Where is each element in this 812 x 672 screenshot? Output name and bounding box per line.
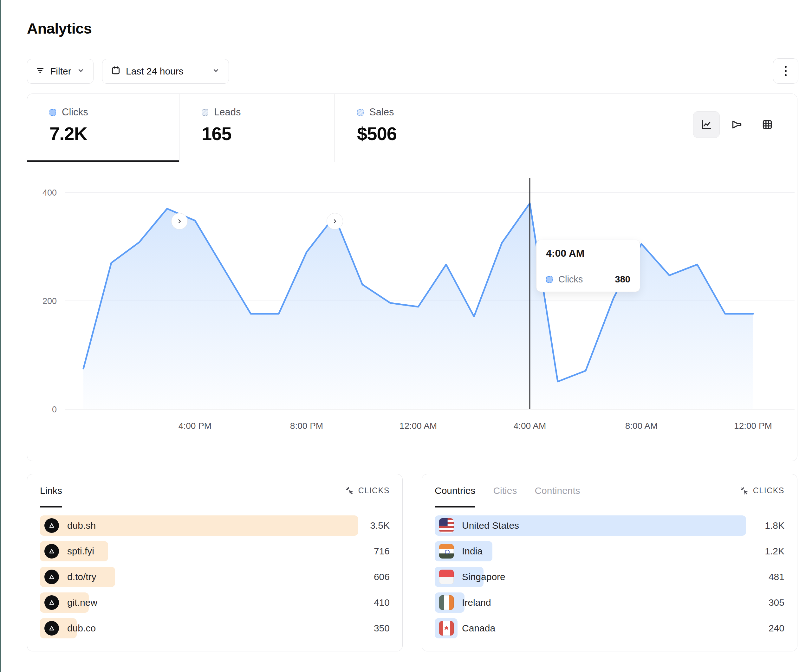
tab-continents[interactable]: Continents: [535, 474, 580, 507]
countries-panel: Countries Cities Continents CLICKS Unite…: [422, 474, 797, 652]
list-item[interactable]: India1.2K: [435, 541, 785, 561]
row-content: dub.sh: [40, 518, 96, 533]
filter-icon: [36, 66, 45, 77]
tab-cities[interactable]: Cities: [493, 474, 517, 507]
x-axis-tick: 12:00 AM: [399, 421, 437, 431]
y-axis-tick: 200: [43, 297, 57, 306]
grid-icon: [761, 118, 774, 131]
ca-flag-icon: [439, 621, 454, 636]
list-item[interactable]: git.new410: [40, 592, 390, 613]
dub-logo-icon: [44, 518, 59, 533]
sales-legend-icon: [357, 109, 364, 116]
list-item[interactable]: d.to/try606: [40, 567, 390, 587]
more-options-button[interactable]: [773, 58, 798, 84]
line-chart-icon: [700, 118, 713, 131]
row-content: spti.fyi: [40, 544, 94, 559]
chevron-down-icon: [77, 66, 85, 77]
expand-leads-chevron-button[interactable]: [327, 213, 343, 230]
row-content: Canada: [435, 621, 495, 636]
tab-links[interactable]: Links: [40, 474, 62, 507]
filter-button-label: Filter: [50, 66, 71, 77]
row-clicks-value: 481: [769, 571, 785, 582]
cursor-click-icon: [345, 486, 355, 495]
date-range-label: Last 24 hours: [126, 66, 184, 77]
countries-panel-header: Countries Cities Continents CLICKS: [422, 474, 797, 507]
row-clicks-value: 1.8K: [765, 520, 785, 531]
row-clicks-value: 3.5K: [370, 520, 390, 531]
table-view-button[interactable]: [754, 111, 781, 138]
tooltip-series-label: Clicks: [558, 274, 583, 285]
dub-logo-icon: [44, 544, 59, 559]
row-clicks-value: 240: [769, 623, 785, 634]
ie-flag-icon: [439, 595, 454, 610]
x-axis-tick: 8:00 AM: [625, 421, 658, 431]
tab-leads[interactable]: Leads 165: [179, 94, 335, 162]
tooltip-value: 380: [615, 274, 630, 285]
stats-tab-row: Clicks 7.2K Leads 165 Sales $506: [27, 94, 797, 162]
links-metric-label: CLICKS: [358, 486, 390, 495]
calendar-icon: [111, 65, 121, 78]
date-range-button[interactable]: Last 24 hours: [102, 59, 229, 84]
row-label: Canada: [462, 623, 495, 634]
countries-metric-label: CLICKS: [753, 486, 785, 495]
row-content: Ireland: [435, 595, 491, 610]
list-item[interactable]: spti.fyi716: [40, 541, 390, 561]
row-label: spti.fyi: [67, 546, 94, 557]
clicks-time-series-chart[interactable]: 02004004:00 PM8:00 PM12:00 AM4:00 AM8:00…: [27, 162, 797, 461]
funnel-view-button[interactable]: [723, 111, 750, 138]
analytics-page: Analytics Filter Last 24 hours: [0, 0, 812, 672]
row-clicks-value: 350: [374, 623, 390, 634]
links-panel-header: Links CLICKS: [27, 474, 403, 507]
list-item[interactable]: dub.co350: [40, 618, 390, 638]
list-item[interactable]: Canada240: [435, 618, 785, 638]
expand-clicks-chevron-button[interactable]: [171, 213, 188, 230]
y-axis-tick: 0: [52, 405, 57, 414]
row-label: git.new: [67, 597, 97, 608]
dub-logo-icon: [44, 621, 59, 636]
tooltip-time: 4:00 AM: [536, 240, 640, 267]
sales-value: $506: [357, 123, 490, 144]
chart-type-switcher: [693, 111, 781, 138]
list-item[interactable]: United States1.8K: [435, 515, 785, 536]
us-flag-icon: [439, 518, 454, 533]
page-title: Analytics: [27, 20, 92, 37]
line-chart-view-button[interactable]: [693, 111, 720, 138]
leads-legend-icon: [202, 109, 208, 116]
tab-countries[interactable]: Countries: [435, 474, 475, 507]
row-clicks-value: 305: [769, 597, 785, 608]
tab-clicks[interactable]: Clicks 7.2K: [27, 94, 179, 162]
tab-sales[interactable]: Sales $506: [335, 94, 490, 162]
list-item[interactable]: Ireland305: [435, 592, 785, 613]
y-axis-tick: 400: [43, 188, 57, 198]
tooltip-clicks-legend-icon: [546, 276, 553, 283]
dub-logo-icon: [44, 570, 59, 584]
row-label: Ireland: [462, 597, 491, 608]
row-content: Singapore: [435, 570, 505, 584]
row-label: dub.co: [67, 623, 96, 634]
row-clicks-value: 606: [374, 571, 390, 582]
left-accent-strip: [0, 0, 1, 672]
chevron-down-icon: [212, 66, 220, 77]
links-panel: Links CLICKS dub.sh3.5Kspti.fyi716d.to/t…: [27, 474, 403, 652]
row-content: git.new: [40, 595, 97, 610]
countries-metric-header[interactable]: CLICKS: [740, 486, 785, 495]
chevron-right-icon: [331, 217, 339, 225]
row-label: Singapore: [462, 571, 505, 582]
list-item[interactable]: Singapore481: [435, 567, 785, 587]
leads-value: 165: [202, 123, 334, 144]
kebab-icon: [785, 66, 786, 68]
countries-list: United States1.8KIndia1.2KSingapore481Ir…: [422, 507, 797, 638]
clicks-area-chart[interactable]: 02004004:00 PM8:00 PM12:00 AM4:00 AM8:00…: [27, 162, 797, 461]
row-content: United States: [435, 518, 519, 533]
row-content: d.to/try: [40, 570, 96, 584]
x-axis-tick: 8:00 PM: [290, 421, 323, 431]
funnel-icon: [730, 118, 743, 131]
cursor-click-icon: [740, 486, 749, 495]
chart-tooltip: 4:00 AM Clicks 380: [536, 240, 640, 292]
x-axis-tick: 12:00 PM: [734, 421, 772, 431]
filter-button[interactable]: Filter: [27, 59, 94, 84]
dub-logo-icon: [44, 595, 59, 610]
row-clicks-value: 410: [374, 597, 390, 608]
list-item[interactable]: dub.sh3.5K: [40, 515, 390, 536]
links-metric-header[interactable]: CLICKS: [345, 486, 390, 495]
